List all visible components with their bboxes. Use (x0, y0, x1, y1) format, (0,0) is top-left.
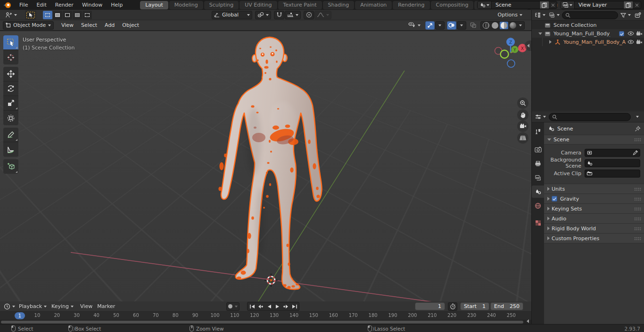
workspace-tab-modeling[interactable]: Modeling (169, 1, 203, 9)
options-dropdown[interactable]: Options (495, 11, 525, 19)
workspace-tab-layout[interactable]: Layout (140, 1, 168, 9)
current-frame-field[interactable]: 1 (415, 302, 445, 310)
tool-rotate[interactable] (3, 81, 18, 96)
timeline-scrollbar[interactable] (0, 320, 531, 324)
object-visibility-dropdown[interactable] (406, 21, 423, 30)
panel-drag-handle[interactable] (634, 237, 641, 240)
workspace-tab-shading[interactable]: Shading (323, 1, 355, 9)
panel-audio[interactable]: Audio (544, 214, 644, 224)
panel-drag-handle[interactable] (634, 227, 641, 230)
keying-menu[interactable]: Keying (49, 302, 76, 311)
camera-view-button[interactable] (517, 121, 528, 132)
new-scene-button[interactable] (539, 1, 549, 8)
workspace-tab-rendering[interactable]: Rendering (393, 1, 429, 9)
record-icon[interactable] (228, 304, 232, 308)
pin-icon[interactable] (635, 126, 641, 132)
menu-select[interactable]: Select (77, 22, 101, 28)
playback-menu[interactable]: Playback (17, 302, 49, 311)
hide-eye-icon[interactable] (627, 39, 634, 45)
tool-transform[interactable] (3, 111, 18, 125)
new-view-layer-button[interactable] (623, 1, 633, 8)
tool-cursor[interactable] (3, 50, 18, 65)
snap-settings-dropdown[interactable] (285, 11, 301, 19)
current-frame-indicator[interactable]: 1 (15, 312, 25, 319)
disclosure-open-icon[interactable] (538, 32, 542, 35)
menu-object[interactable]: Object (118, 22, 143, 28)
hide-eye-icon[interactable] (627, 31, 634, 36)
active-tool-select-box[interactable] (25, 10, 36, 20)
play-reverse-button[interactable] (265, 303, 273, 310)
view-menu[interactable]: View (78, 302, 95, 311)
scene-selector[interactable]: Scene (477, 1, 557, 9)
tool-annotate[interactable] (3, 128, 18, 142)
use-preview-range-button[interactable] (448, 302, 457, 311)
timeline-ruler[interactable]: 1 10203040506070809010011012013014015016… (0, 312, 531, 320)
tool-select-box[interactable] (3, 35, 18, 50)
tab-scene[interactable] (532, 186, 544, 198)
scene-panel-header[interactable]: Scene (544, 135, 644, 145)
background-scene-field[interactable] (585, 159, 640, 167)
workspace-tab-compositing[interactable]: Compositing (431, 1, 474, 9)
proportional-falloff-dropdown[interactable] (314, 11, 331, 19)
gizmos-dropdown[interactable] (435, 21, 445, 30)
outliner-display-mode-button[interactable] (548, 11, 561, 19)
outliner-row-collection[interactable]: Young_Man_Full_Body_Anato (532, 29, 644, 38)
tab-view-layer[interactable] (532, 171, 544, 184)
outliner-search-input[interactable] (562, 11, 618, 19)
workspace-tab-texture-paint[interactable]: Texture Paint (278, 1, 322, 9)
xray-toggle-button[interactable] (469, 21, 478, 30)
mode-dropdown[interactable]: Object Mode (3, 21, 54, 30)
play-button[interactable] (273, 303, 281, 310)
outliner-filter-button[interactable] (619, 11, 632, 19)
shading-wireframe-button[interactable] (482, 22, 490, 29)
outliner-row-scene-collection[interactable]: Scene Collection (532, 21, 644, 29)
panel-units[interactable]: Units (544, 184, 644, 194)
toggle-ortho-button[interactable] (517, 132, 528, 144)
tool-measure[interactable] (3, 142, 18, 157)
pan-view-button[interactable] (517, 109, 528, 121)
panel-drag-handle[interactable] (634, 207, 641, 211)
tab-tool[interactable] (532, 126, 544, 138)
menu-view[interactable]: View (58, 22, 77, 28)
jump-to-end-button[interactable] (290, 303, 298, 310)
collection-checkbox[interactable] (619, 31, 624, 36)
timeline-editor-type-button[interactable] (2, 302, 17, 311)
overlays-dropdown[interactable] (457, 21, 466, 30)
tab-output[interactable] (532, 157, 544, 170)
tool-add-cube[interactable] (3, 159, 18, 174)
select-mode-intersect-button[interactable] (83, 11, 92, 19)
transform-orientation-dropdown[interactable]: Global (212, 11, 252, 19)
active-clip-field[interactable] (585, 170, 640, 178)
camera-field[interactable] (585, 149, 640, 157)
navigation-gizmo[interactable]: Z X Y (489, 34, 531, 72)
workspace-tab-animation[interactable]: Animation (355, 1, 392, 9)
frame-start-field[interactable]: Start 1 (460, 302, 489, 310)
next-keyframe-button[interactable] (282, 303, 290, 310)
jump-to-start-button[interactable] (248, 303, 256, 310)
panel-drag-handle[interactable] (634, 197, 641, 201)
gizmos-toggle-button[interactable] (425, 21, 435, 30)
menu-file[interactable]: File (15, 1, 32, 9)
panel-drag-handle[interactable] (634, 138, 641, 141)
zoom-view-button[interactable] (517, 97, 528, 109)
panel-keying-sets[interactable]: Keying Sets (544, 204, 644, 214)
outliner-row-object[interactable]: Young_Man_Full_Body_A (532, 38, 644, 46)
panel-drag-handle[interactable] (634, 187, 641, 191)
disable-render-camera-icon[interactable] (636, 40, 643, 45)
select-mode-set-button[interactable] (43, 11, 52, 19)
menu-add[interactable]: Add (101, 22, 118, 28)
select-mode-subtract-button[interactable] (63, 11, 72, 19)
menu-edit[interactable]: Edit (32, 1, 50, 9)
workspace-tab-uv-editing[interactable]: UV Editing (239, 1, 277, 9)
unlink-scene-button[interactable] (549, 1, 557, 8)
properties-editor-type-button[interactable] (534, 113, 547, 121)
new-collection-button[interactable] (633, 11, 643, 19)
tool-move[interactable] (3, 67, 18, 81)
panel-gravity[interactable]: Gravity (544, 194, 644, 204)
tool-scale[interactable] (3, 96, 18, 111)
tab-world[interactable] (532, 200, 544, 212)
panel-rigid-body-world[interactable]: Rigid Body World (544, 224, 644, 234)
view-layer-selector[interactable]: View Layer (560, 1, 641, 9)
tab-render[interactable] (532, 143, 544, 155)
proportional-editing-button[interactable] (304, 11, 314, 19)
